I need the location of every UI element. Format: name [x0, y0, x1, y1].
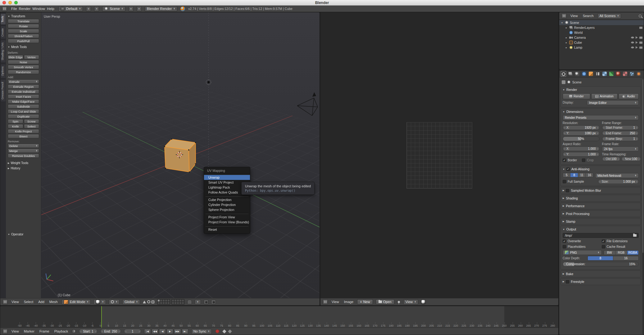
camera-object[interactable]: [297, 93, 318, 116]
keyframe-insert-icon[interactable]: [228, 329, 232, 333]
pivot-point-selector[interactable]: [109, 299, 120, 305]
toolshelf-button[interactable]: Noise: [8, 60, 39, 64]
viewport-shading-selector[interactable]: [93, 299, 106, 305]
properties-tab[interactable]: [581, 71, 587, 77]
toolshelf-tab[interactable]: Options: [0, 64, 6, 78]
menu-item[interactable]: Cube Projection: [204, 197, 250, 202]
aa-sample-button[interactable]: 16: [586, 173, 593, 177]
properties-tab[interactable]: [622, 71, 628, 77]
header-menu-item[interactable]: View: [11, 300, 20, 304]
transport-button[interactable]: ◀: [159, 329, 166, 334]
panel-header-anti-aliasing[interactable]: ✓Anti-Aliasing: [563, 166, 639, 172]
panel-header-transform[interactable]: Transform: [8, 14, 39, 19]
outliner-display-mode-selector[interactable]: All Scenes: [597, 13, 621, 19]
header-menu-item[interactable]: Add: [37, 300, 45, 304]
menubar-item[interactable]: File: [10, 7, 18, 11]
keying-set-icon[interactable]: [222, 329, 226, 333]
menu-item[interactable]: [206, 225, 248, 226]
color-depth-button[interactable]: 8: [588, 256, 613, 260]
add-scene-button[interactable]: +: [129, 6, 134, 11]
add-layout-button[interactable]: +: [86, 6, 91, 11]
image-editor-canvas[interactable]: [320, 12, 558, 298]
outliner-row[interactable]: World: [559, 30, 644, 35]
panel-header-weight-tools[interactable]: Weight Tools: [8, 160, 39, 166]
extrude-dropdown[interactable]: Extrude: [8, 79, 39, 84]
expand-arrow-icon[interactable]: ▸: [565, 41, 568, 44]
properties-tab[interactable]: [615, 71, 621, 77]
border-checkbox[interactable]: ✓Border: [563, 158, 580, 163]
panel-checkbox[interactable]: [566, 280, 569, 284]
toolshelf-button[interactable]: Subdivide: [8, 104, 39, 109]
visibility-eye-icon[interactable]: [631, 47, 634, 48]
color-mode-button[interactable]: RGBA: [627, 251, 639, 255]
aa-size-field[interactable]: Size:1.000 px: [598, 179, 639, 184]
file-extensions-checkbox[interactable]: ✓File Extensions: [602, 239, 639, 243]
compression-slider[interactable]: Compression:15%: [563, 262, 639, 266]
resolution-x-field[interactable]: X:1920 px: [563, 125, 600, 130]
toolshelf-button[interactable]: Knife Project: [8, 129, 39, 133]
toolshelf-tab[interactable]: Grease Pencil: [0, 79, 6, 102]
resolution-y-field[interactable]: Y:1080 px: [563, 131, 600, 136]
end-frame-field[interactable]: End:250: [100, 329, 121, 334]
renderability-camera-icon[interactable]: [639, 37, 642, 39]
menu-item[interactable]: Project From View (Bounds): [204, 220, 250, 225]
remap-new-field[interactable]: New:100: [621, 157, 641, 161]
renderability-camera-icon[interactable]: [639, 42, 642, 44]
editor-type-icon[interactable]: [2, 6, 7, 11]
frame-step-field[interactable]: Frame Step:1: [602, 136, 639, 141]
outliner-item-label[interactable]: World: [574, 31, 642, 34]
outliner-item-label[interactable]: Scene: [570, 21, 642, 25]
editor-type-icon[interactable]: [323, 299, 328, 305]
panel-header-history[interactable]: History: [8, 166, 39, 171]
outliner-item-label[interactable]: Cube: [574, 41, 630, 44]
toolshelf-button[interactable]: Translate: [8, 19, 39, 23]
toolshelf-button[interactable]: Rotate: [8, 24, 39, 28]
panel-header-mesh-tools[interactable]: Mesh Tools: [8, 44, 39, 50]
output-path-field[interactable]: /tmp/: [563, 233, 639, 238]
transport-button[interactable]: ▶|: [182, 329, 188, 334]
snap-magnet-icon[interactable]: [187, 300, 192, 304]
translate-manipulator-icon[interactable]: [143, 301, 146, 303]
header-menu-item[interactable]: Marker: [23, 329, 35, 333]
toolshelf-button[interactable]: Select: [24, 124, 39, 128]
render-engine-selector[interactable]: Blender Render: [145, 6, 178, 11]
search-icon[interactable]: [639, 15, 642, 17]
timeline-track[interactable]: -50-45-40-35-30-25-20-15-10-505101520253…: [0, 306, 558, 328]
end-frame-field[interactable]: End Frame:250: [602, 131, 639, 136]
color-depth-button[interactable]: 16: [613, 256, 638, 260]
properties-panel-collapsed[interactable]: Performance: [560, 203, 641, 209]
display-channels-icon[interactable]: [421, 300, 426, 304]
menu-item[interactable]: [206, 195, 248, 197]
menubar-item[interactable]: Render: [18, 7, 32, 11]
full-sample-checkbox[interactable]: Full Sample: [563, 179, 596, 184]
resolution-percentage-slider[interactable]: 50%: [563, 136, 600, 141]
crop-checkbox[interactable]: Crop: [582, 158, 599, 163]
outliner-item-label[interactable]: Lamp: [574, 46, 630, 49]
pin-icon[interactable]: [398, 301, 400, 303]
3d-viewport-area[interactable]: User Persp (1) Cube ToolsCreateShading /…: [0, 12, 320, 306]
toolshelf-button[interactable]: Bisect: [8, 134, 39, 138]
context-back-icon[interactable]: [562, 80, 565, 84]
properties-tab[interactable]: [588, 71, 594, 77]
3d-viewport[interactable]: User Persp (1) Cube ToolsCreateShading /…: [0, 12, 320, 298]
cube-object[interactable]: [164, 139, 196, 173]
opengl-render-icon[interactable]: [204, 300, 208, 304]
animation-button[interactable]: Animation: [591, 93, 618, 99]
properties-tab[interactable]: [574, 71, 580, 77]
toolshelf-button[interactable]: Extrude Region: [8, 84, 39, 89]
rotate-manipulator-icon[interactable]: [147, 300, 150, 303]
aa-sample-button[interactable]: 11: [578, 173, 586, 177]
start-frame-field[interactable]: Start:1: [79, 329, 97, 334]
toolshelf-button[interactable]: Duplicate: [8, 114, 39, 118]
scene-selector[interactable]: Scene: [102, 6, 125, 11]
editor-type-icon[interactable]: [561, 13, 567, 19]
aa-sample-button[interactable]: 5: [563, 173, 570, 177]
toolshelf-button[interactable]: Randomize: [8, 70, 39, 74]
toolshelf-button[interactable]: Push/Pull: [8, 39, 39, 43]
toolshelf-button[interactable]: Make Edge/Face: [8, 99, 39, 104]
delete-scene-button[interactable]: ×: [137, 6, 142, 11]
delete-layout-button[interactable]: ×: [94, 6, 99, 11]
outliner-row[interactable]: ▸ Lamp: [559, 45, 644, 50]
editor-type-icon[interactable]: [2, 329, 8, 334]
outliner-row[interactable]: ▸ Camera: [559, 35, 644, 40]
